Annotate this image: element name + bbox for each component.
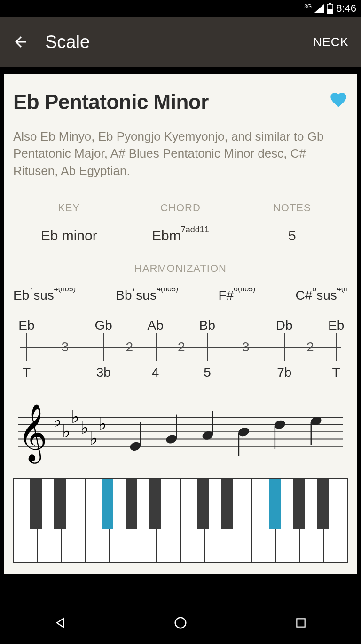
statusbar: 3G 8:46 <box>0 0 361 17</box>
battery-icon <box>327 3 333 14</box>
svg-text:𝄞: 𝄞 <box>18 404 47 464</box>
svg-rect-28 <box>297 619 305 627</box>
svg-text:♭: ♭ <box>89 429 98 448</box>
nav-home-button[interactable] <box>171 613 190 632</box>
interval-step: 2 <box>178 340 185 355</box>
interval-step: 2 <box>306 340 314 355</box>
interval-step: 3 <box>62 340 69 355</box>
scale-card: Eb Pentatonic Minor Also Eb Minyo, Eb Py… <box>4 74 357 574</box>
interval-tick <box>26 333 27 361</box>
interval-degree: 3b <box>96 365 111 380</box>
interval-tick <box>156 333 157 361</box>
favorite-button[interactable] <box>329 90 348 111</box>
svg-text:♭: ♭ <box>62 421 71 441</box>
app-bar: Scale NECK <box>0 17 361 67</box>
scale-description: Also Eb Minyo, Eb Pyongjo Kyemyonjo, and… <box>13 128 348 179</box>
svg-text:♭: ♭ <box>98 414 107 434</box>
interval-note: Bb <box>199 318 215 333</box>
android-navbar <box>0 602 361 644</box>
info-grid: KEY CHORD NOTES Eb minor Ebm7add11 5 <box>13 202 348 244</box>
interval-diagram: EbTGb3bAb4Bb5Db7bEbT32232 <box>13 318 348 384</box>
black-key[interactable] <box>317 479 329 529</box>
interval-degree: 4 <box>152 365 159 380</box>
interval-note: Eb <box>328 318 344 333</box>
staff-notation: 𝄞 ♭ ♭ ♭ ♭ ♭ ♭ <box>13 403 348 464</box>
black-key[interactable] <box>149 479 161 529</box>
staff-notes <box>129 411 322 456</box>
black-key-highlighted[interactable] <box>269 479 281 529</box>
back-button[interactable] <box>10 32 31 52</box>
content: Eb Pentatonic Minor Also Eb Minyo, Eb Py… <box>0 67 361 578</box>
harmonization-row[interactable]: Eb7sus4(no5) Bb7sus4(no5) F#6(no5) C#6su… <box>13 288 348 303</box>
svg-text:♭: ♭ <box>80 418 89 437</box>
svg-rect-2 <box>327 9 333 14</box>
piano-keyboard[interactable] <box>13 478 348 563</box>
black-key[interactable] <box>30 479 42 529</box>
harmonization-header: HARMONIZATION <box>13 262 348 275</box>
black-key[interactable] <box>126 479 137 529</box>
info-chord[interactable]: Ebm7add11 <box>125 219 236 244</box>
interval-note: Eb <box>18 318 34 333</box>
interval-degree: T <box>332 365 340 380</box>
interval-step: 3 <box>242 340 250 355</box>
interval-degree: T <box>23 365 31 380</box>
harm-chord: C#6sus4(n <box>296 288 348 303</box>
interval-step: 2 <box>126 340 133 355</box>
black-key-highlighted[interactable] <box>102 479 113 529</box>
interval-note: Ab <box>147 318 163 333</box>
info-head-notes: NOTES <box>236 202 348 219</box>
interval-tick <box>284 333 285 361</box>
harm-chord: F#6(no5) <box>218 288 255 303</box>
svg-text:♭: ♭ <box>71 407 79 427</box>
interval-note: Gb <box>95 318 112 333</box>
info-head-key: KEY <box>13 202 125 219</box>
black-key[interactable] <box>197 479 209 529</box>
black-key[interactable] <box>221 479 233 529</box>
info-key[interactable]: Eb minor <box>13 219 125 244</box>
info-notes: 5 <box>236 219 348 244</box>
svg-text:♭: ♭ <box>53 411 62 430</box>
signal-icon <box>314 4 324 13</box>
interval-degree: 5 <box>204 365 211 380</box>
interval-tick <box>336 333 337 361</box>
black-key[interactable] <box>293 479 305 529</box>
harm-chord: Bb7sus4(no5) <box>116 288 178 303</box>
interval-tick <box>207 333 208 361</box>
network-label: 3G <box>304 3 312 10</box>
interval-degree: 7b <box>277 365 291 380</box>
status-time: 8:46 <box>336 2 356 15</box>
harm-chord: Eb7sus4(no5) <box>13 288 76 303</box>
interval-tick <box>103 333 104 361</box>
svg-point-27 <box>175 618 186 628</box>
black-key[interactable] <box>54 479 66 529</box>
page-title: Scale <box>45 32 311 52</box>
interval-note: Db <box>276 318 293 333</box>
neck-button[interactable]: NECK <box>311 30 351 54</box>
scale-title: Eb Pentatonic Minor <box>13 90 209 114</box>
nav-back-button[interactable] <box>51 613 70 632</box>
info-head-chord: CHORD <box>125 202 236 219</box>
nav-recent-button[interactable] <box>291 613 310 632</box>
